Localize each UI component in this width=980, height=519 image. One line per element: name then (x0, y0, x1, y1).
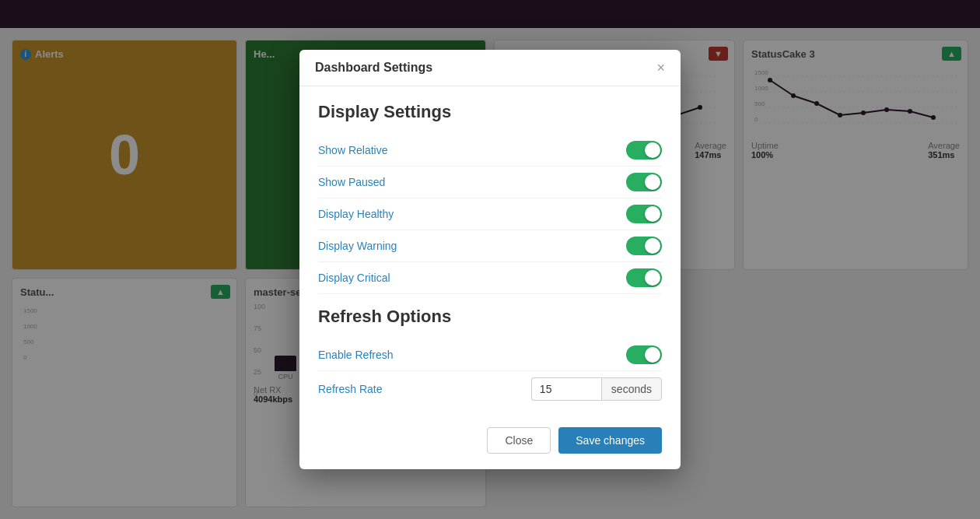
display-warning-thumb (645, 238, 660, 254)
modal-overlay: Dashboard Settings × Display Settings Sh… (0, 0, 980, 519)
refresh-rate-unit: seconds (601, 377, 662, 401)
display-settings-list: Show Relative Show Paused Display Health… (318, 135, 662, 294)
enable-refresh-row: Enable Refresh (318, 339, 662, 371)
display-healthy-thumb (645, 206, 660, 222)
show-relative-thumb (645, 142, 660, 158)
modal-header: Dashboard Settings × (299, 50, 681, 86)
refresh-rate-label: Refresh Rate (318, 383, 531, 395)
save-button[interactable]: Save changes (558, 427, 662, 454)
show-relative-toggle[interactable] (626, 141, 662, 160)
modal-footer: Close Save changes (299, 415, 681, 469)
show-relative-row: Show Relative (318, 135, 662, 167)
enable-refresh-thumb (645, 347, 660, 363)
display-healthy-label: Display Healthy (318, 208, 394, 220)
display-warning-toggle[interactable] (626, 237, 662, 255)
refresh-rate-row: Refresh Rate seconds (318, 371, 662, 407)
display-healthy-row: Display Healthy (318, 198, 662, 230)
display-critical-row: Display Critical (318, 262, 662, 294)
refresh-options-title: Refresh Options (318, 307, 662, 327)
display-critical-toggle[interactable] (626, 268, 662, 287)
close-button[interactable]: Close (487, 427, 551, 454)
show-paused-label: Show Paused (318, 176, 385, 188)
modal-body: Display Settings Show Relative Show Paus… (299, 86, 681, 415)
refresh-rate-input[interactable] (531, 377, 601, 401)
show-paused-row: Show Paused (318, 167, 662, 198)
modal-title: Dashboard Settings (315, 61, 432, 75)
display-warning-label: Display Warning (318, 240, 397, 252)
display-critical-thumb (645, 270, 660, 286)
dashboard-settings-modal: Dashboard Settings × Display Settings Sh… (299, 50, 681, 469)
modal-close-button[interactable]: × (656, 61, 665, 75)
refresh-options-section: Refresh Options Enable Refresh Refresh R… (318, 307, 662, 407)
show-relative-label: Show Relative (318, 144, 388, 156)
display-healthy-toggle[interactable] (626, 205, 662, 223)
display-settings-title: Display Settings (318, 102, 662, 122)
enable-refresh-toggle[interactable] (626, 345, 662, 364)
enable-refresh-label: Enable Refresh (318, 349, 394, 361)
display-warning-row: Display Warning (318, 230, 662, 262)
show-paused-toggle[interactable] (626, 173, 662, 191)
show-paused-thumb (645, 174, 660, 190)
display-critical-label: Display Critical (318, 272, 390, 284)
